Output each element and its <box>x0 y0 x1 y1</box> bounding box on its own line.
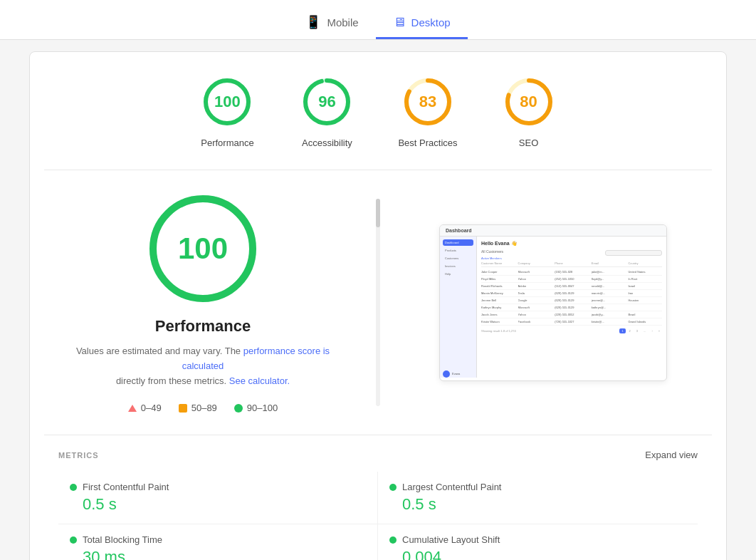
metrics-section: METRICS Expand view First Contentful Pai… <box>44 435 712 560</box>
main-card: 100 Performance 96 Accessibility <box>29 51 727 560</box>
score-accessibility: 96 Accessibility <box>298 73 355 148</box>
dash-pagination: Showing result 1-8 of 1,274 1 2 3 ... › … <box>481 328 662 333</box>
legend-low: 0–49 <box>128 403 162 413</box>
score-best-practices-value: 83 <box>419 93 436 111</box>
scroll-thumb[interactable] <box>376 199 380 227</box>
score-best-practices: 83 Best Practices <box>398 73 457 148</box>
legend-high: 90–100 <box>234 403 278 413</box>
dash-body: Dashboard Products Customers Invoices He… <box>440 237 666 378</box>
dash-col-phone: Phone <box>555 261 589 265</box>
metric-lcp-value: 0.5 s <box>402 495 686 514</box>
table-row: Floyd Miles Yahoo (252) 555-1050 floyd@y… <box>481 276 662 283</box>
perf-desc-before: Values are estimated and may vary. The <box>76 346 241 356</box>
mobile-icon: 📱 <box>305 14 321 30</box>
tab-desktop-label: Desktop <box>411 16 451 28</box>
metric-fcp: First Contentful Paint 0.5 s <box>58 472 378 524</box>
metric-cls-dot <box>389 536 397 544</box>
dash-table-header: Customer Name Company Phone Email Countr… <box>481 260 662 267</box>
tab-mobile[interactable]: 📱 Mobile <box>288 7 375 39</box>
table-row: Jake Cooper Microsoft (192) 555-028 jake… <box>481 269 662 276</box>
dash-nav-invoices: Invoices <box>443 263 473 269</box>
tab-bar: 📱 Mobile 🖥 Desktop <box>0 0 756 40</box>
dashboard-preview-panel: Dashboard Dashboard Products Customers I… <box>409 192 698 413</box>
metric-lcp: Largest Contentful Paint 0.5 s <box>378 472 698 524</box>
tab-desktop[interactable]: 🖥 Desktop <box>376 7 468 39</box>
performance-panel: 100 Performance Values are estimated and… <box>58 192 347 413</box>
legend-high-range: 90–100 <box>247 403 278 413</box>
metric-cls-value: 0.004 <box>402 548 686 560</box>
dash-nav-customers: Customers <box>443 255 473 261</box>
legend-low-range: 0–49 <box>141 403 162 413</box>
big-performance-circle: 100 <box>146 192 260 306</box>
scores-row: 100 Performance 96 Accessibility <box>44 73 712 170</box>
score-accessibility-value: 96 <box>318 93 335 111</box>
score-best-practices-circle: 83 <box>399 73 456 130</box>
table-row: Jacob Jones Yahoo (229) 555-0052 jacob@y… <box>481 311 662 318</box>
perf-desc-after: directly from these metrics. <box>116 375 226 386</box>
dash-col-country: Country <box>628 261 662 265</box>
dash-user-area: Evana <box>443 370 460 378</box>
desktop-icon: 🖥 <box>393 15 406 30</box>
dash-sidebar: Dashboard Products Customers Invoices He… <box>440 237 477 378</box>
legend-row: 0–49 50–89 90–100 <box>128 403 278 413</box>
dash-content: Hello Evana 👋 All Customers Active Membe… <box>477 237 666 378</box>
score-best-practices-label: Best Practices <box>398 138 457 148</box>
metric-tbt-label: Total Blocking Time <box>83 534 162 545</box>
score-performance-value: 100 <box>214 93 241 111</box>
middle-section: 100 Performance Values are estimated and… <box>44 170 712 435</box>
dash-hello: Hello Evana 👋 <box>481 241 662 247</box>
legend-triangle-icon <box>128 405 137 412</box>
metric-lcp-label: Largest Contentful Paint <box>402 482 501 492</box>
metrics-header: METRICS Expand view <box>58 450 698 460</box>
dash-header: Dashboard <box>440 225 666 237</box>
metric-fcp-dot <box>70 484 77 491</box>
dash-nav-products: Products <box>443 247 473 254</box>
score-seo-circle: 80 <box>500 73 557 130</box>
score-performance-circle: 100 <box>199 73 256 130</box>
legend-dot-icon <box>234 404 243 413</box>
score-seo: 80 SEO <box>500 73 557 148</box>
table-row: Ronald Richards Adobe (512) 555-0047 ron… <box>481 283 662 290</box>
score-performance: 100 Performance <box>199 73 256 148</box>
tab-mobile-label: Mobile <box>327 16 358 28</box>
score-seo-value: 80 <box>520 93 537 111</box>
score-accessibility-label: Accessibility <box>302 138 352 148</box>
metric-fcp-label: First Contentful Paint <box>83 482 169 492</box>
dash-title: Dashboard <box>446 228 472 233</box>
score-accessibility-circle: 96 <box>298 73 355 130</box>
expand-view-button[interactable]: Expand view <box>645 450 698 460</box>
score-seo-label: SEO <box>519 138 538 148</box>
dash-nav-dashboard: Dashboard <box>443 239 473 246</box>
scroll-bar <box>376 199 380 406</box>
metric-cls: Cumulative Layout Shift 0.004 <box>378 524 698 560</box>
metrics-title: METRICS <box>58 451 99 460</box>
table-row: Kathryn Murphy Microsoft (629) 555-0129 … <box>481 304 662 311</box>
metric-fcp-value: 0.5 s <box>83 495 366 514</box>
table-row: Kristin Watson Facebook (726) 555-1027 k… <box>481 318 662 326</box>
big-score-value: 100 <box>178 232 228 266</box>
metric-lcp-dot <box>389 484 397 491</box>
dash-col-company: Company <box>518 261 552 265</box>
dash-table-body: Jake Cooper Microsoft (192) 555-028 jake… <box>481 269 662 326</box>
table-row: Marvin McKinney Tesla (629) 555-0129 mar… <box>481 290 662 297</box>
legend-square-icon <box>179 404 187 413</box>
legend-mid-range: 50–89 <box>191 403 217 413</box>
dash-active-label: Active Members <box>481 256 503 260</box>
dash-col-name: Customer Name <box>481 261 515 265</box>
dash-col-email: Email <box>592 261 626 265</box>
calc-link[interactable]: See calculator. <box>229 375 290 386</box>
table-row: Jerome Bell Google (629) 555-0129 jerome… <box>481 297 662 304</box>
performance-title: Performance <box>155 317 251 336</box>
metric-tbt-dot <box>70 536 77 544</box>
metrics-grid: First Contentful Paint 0.5 s Largest Con… <box>58 472 698 560</box>
metric-cls-label: Cumulative Layout Shift <box>402 534 500 545</box>
dash-nav-help: Help <box>443 271 473 277</box>
metric-tbt-value: 30 ms <box>83 548 366 560</box>
dash-search-box <box>605 250 662 256</box>
legend-mid: 50–89 <box>179 403 217 413</box>
dash-table-title: All Customers <box>481 249 503 254</box>
metric-tbt: Total Blocking Time 30 ms <box>58 524 378 560</box>
dash-avatar <box>443 370 450 378</box>
performance-description: Values are estimated and may vary. The p… <box>75 344 331 388</box>
dash-username: Evana <box>452 372 460 375</box>
